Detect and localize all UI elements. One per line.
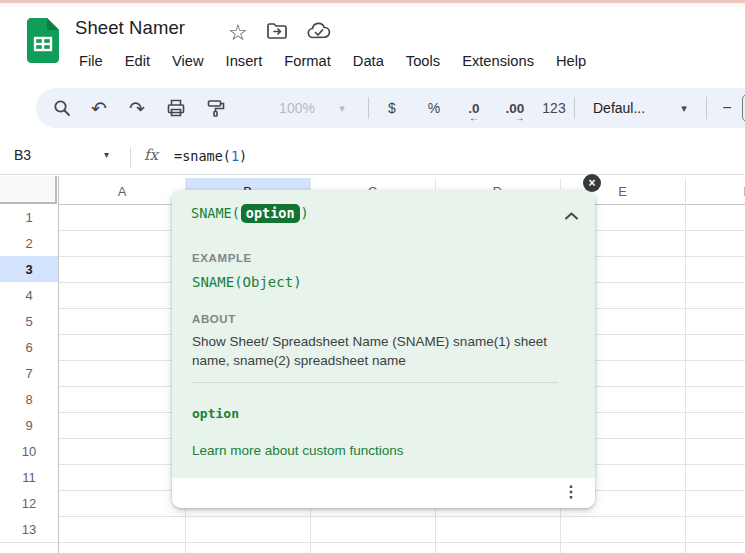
paint-format-icon[interactable] <box>198 88 234 128</box>
toolbar-separator <box>706 97 707 119</box>
example-code: SNAME(Object) <box>192 274 302 290</box>
currency-format-button[interactable]: $ <box>376 88 408 128</box>
row-header-8[interactable]: 8 <box>0 386 58 412</box>
more-formats-button[interactable]: 123 <box>536 88 572 128</box>
document-title[interactable]: Sheet Namer <box>75 17 185 39</box>
toolbar: ↶ ↷ 100% ▾ $ % .0← .00→ 123 Defaul... ▾ … <box>36 88 745 128</box>
grid-line <box>0 542 745 543</box>
search-icon[interactable] <box>44 88 80 128</box>
kebab-menu-icon[interactable]: ⋮ <box>563 482 579 501</box>
row-header-7[interactable]: 7 <box>0 360 58 386</box>
row-header-3[interactable]: 3 <box>0 256 58 282</box>
font-name-select[interactable]: Defaul... <box>586 88 679 128</box>
menu-tools[interactable]: Tools <box>395 48 451 74</box>
menu-bar: File Edit View Insert Format Data Tools … <box>68 48 597 74</box>
menu-data[interactable]: Data <box>342 48 395 74</box>
toolbar-separator <box>574 97 575 119</box>
menu-file[interactable]: File <box>68 48 114 74</box>
row-header-11[interactable]: 11 <box>0 464 58 490</box>
column-header-a[interactable]: A <box>59 178 185 204</box>
undo-icon[interactable]: ↶ <box>81 88 117 128</box>
decrease-font-size-button[interactable]: − <box>714 88 740 128</box>
menu-insert[interactable]: Insert <box>215 48 274 74</box>
font-caret-icon[interactable]: ▾ <box>674 88 694 128</box>
name-box-caret-icon[interactable]: ▾ <box>104 149 109 160</box>
toolbar-separator <box>368 97 369 119</box>
menu-view[interactable]: View <box>161 48 215 74</box>
column-header-f[interactable]: F <box>685 178 745 204</box>
formula-input[interactable]: =sname(1) <box>174 148 247 164</box>
menu-edit[interactable]: Edit <box>114 48 161 74</box>
function-help-popup: SNAME(option) EXAMPLE SNAME(Object) ABOU… <box>172 190 595 508</box>
collapse-chevron-icon[interactable] <box>564 207 579 225</box>
formula-bar <box>0 140 745 175</box>
decrease-decimal-button[interactable]: .0← <box>458 88 490 128</box>
close-icon[interactable]: × <box>583 174 601 192</box>
row-header-2[interactable]: 2 <box>0 230 58 256</box>
select-all-corner[interactable] <box>0 176 57 204</box>
about-text: Show Sheet/ Spreadsheet Name (SNAME) sna… <box>192 332 564 370</box>
fx-icon: fx <box>144 146 158 164</box>
function-signature: SNAME(option) <box>191 205 309 221</box>
zoom-caret-icon[interactable]: ▾ <box>332 88 352 128</box>
name-box[interactable]: B3 <box>14 147 31 163</box>
row-header-6[interactable]: 6 <box>0 334 58 360</box>
row-header-5[interactable]: 5 <box>0 308 58 334</box>
menu-help[interactable]: Help <box>545 48 597 74</box>
star-icon[interactable]: ☆ <box>228 21 248 45</box>
move-folder-icon[interactable] <box>265 19 289 47</box>
redo-icon[interactable]: ↷ <box>119 88 155 128</box>
learn-more-link[interactable]: Learn more about custom functions <box>192 443 404 458</box>
row-header-4[interactable]: 4 <box>0 282 58 308</box>
cloud-saved-icon[interactable] <box>306 19 332 47</box>
top-pale-strip <box>0 3 745 7</box>
menu-extensions[interactable]: Extensions <box>451 48 545 74</box>
popup-footer: ⋮ <box>172 478 595 508</box>
row-header-9[interactable]: 9 <box>0 412 58 438</box>
row-header-10[interactable]: 10 <box>0 438 58 464</box>
row-header-border <box>58 176 59 553</box>
formula-bar-separator <box>130 147 131 167</box>
arrow-right-icon: → <box>506 112 525 123</box>
grid-line <box>685 178 686 553</box>
grid-line <box>0 516 745 517</box>
menu-format[interactable]: Format <box>273 48 342 74</box>
row-header-12[interactable]: 12 <box>0 490 58 516</box>
active-param-badge: option <box>241 204 300 223</box>
row-header-13[interactable]: 13 <box>0 516 58 542</box>
about-label: ABOUT <box>192 313 236 325</box>
zoom-level[interactable]: 100% <box>272 88 322 128</box>
example-label: EXAMPLE <box>192 252 252 264</box>
popup-divider <box>192 382 558 383</box>
increase-decimal-button[interactable]: .00→ <box>497 88 533 128</box>
print-icon[interactable] <box>158 88 194 128</box>
sheets-logo[interactable] <box>27 18 59 63</box>
arrow-left-icon: ← <box>468 112 479 123</box>
percent-format-button[interactable]: % <box>418 88 450 128</box>
row-header-1[interactable]: 1 <box>0 204 58 230</box>
param-name: option <box>192 406 239 421</box>
